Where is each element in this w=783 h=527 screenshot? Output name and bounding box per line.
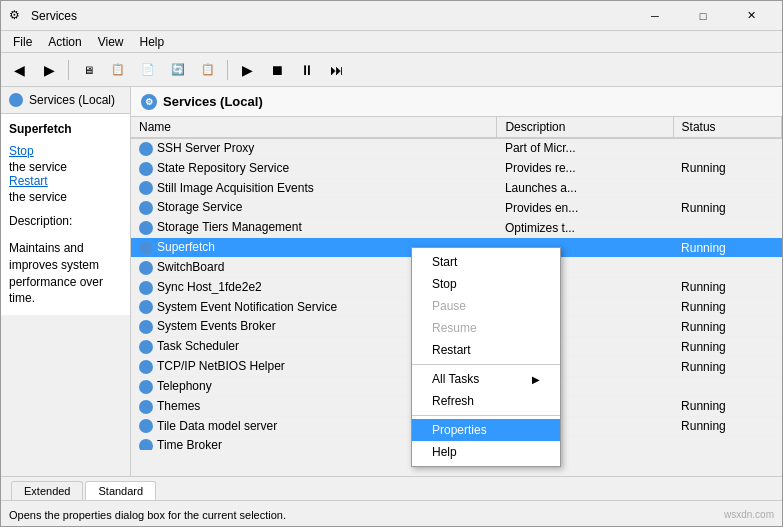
context-menu-item-stop[interactable]: Stop xyxy=(412,273,560,295)
cell-status: Running xyxy=(673,238,781,258)
table-row[interactable]: Storage Service Provides en... Running xyxy=(131,198,782,218)
toolbar-properties[interactable]: 📋 xyxy=(194,57,222,83)
cell-status xyxy=(673,218,781,238)
desc-label: Description: xyxy=(9,214,122,228)
service-name: Superfetch xyxy=(9,122,122,136)
row-icon xyxy=(139,162,153,176)
nav-panel: Services (Local) Superfetch Stop the ser… xyxy=(1,87,131,476)
toolbar: ◀ ▶ 🖥 📋 📄 🔄 📋 ▶ ⏹ ⏸ ⏭ xyxy=(1,53,782,87)
menu-help[interactable]: Help xyxy=(132,33,173,51)
context-menu-item-refresh[interactable]: Refresh xyxy=(412,390,560,412)
context-menu-item-label: Restart xyxy=(432,343,471,357)
row-icon xyxy=(139,380,153,394)
window-controls: ─ □ ✕ xyxy=(632,6,774,26)
menu-file[interactable]: File xyxy=(5,33,40,51)
row-icon xyxy=(139,419,153,433)
toolbar-pause[interactable]: ⏸ xyxy=(293,57,321,83)
toolbar-back[interactable]: ◀ xyxy=(5,57,33,83)
context-menu-separator xyxy=(412,364,560,365)
cell-name: Storage Tiers Management xyxy=(131,218,497,238)
close-button[interactable]: ✕ xyxy=(728,6,774,26)
context-menu-item-label: Help xyxy=(432,445,457,459)
restart-link[interactable]: Restart xyxy=(9,174,122,188)
row-icon xyxy=(139,281,153,295)
cell-status: Running xyxy=(673,416,781,436)
context-menu-item-resume: Resume xyxy=(412,317,560,339)
row-icon xyxy=(139,261,153,275)
cell-name: SSH Server Proxy xyxy=(131,138,497,158)
context-menu-item-help[interactable]: Help xyxy=(412,441,560,463)
cell-name: Still Image Acquisition Events xyxy=(131,178,497,198)
toolbar-forward[interactable]: ▶ xyxy=(35,57,63,83)
toolbar-copy[interactable]: 📋 xyxy=(104,57,132,83)
table-row[interactable]: SSH Server Proxy Part of Micr... xyxy=(131,138,782,158)
menu-view[interactable]: View xyxy=(90,33,132,51)
context-menu-item-all-tasks[interactable]: All Tasks▶ xyxy=(412,368,560,390)
minimize-button[interactable]: ─ xyxy=(632,6,678,26)
context-menu-item-start[interactable]: Start xyxy=(412,251,560,273)
cell-status: Running xyxy=(673,396,781,416)
table-row[interactable]: Storage Tiers Management Optimizes t... xyxy=(131,218,782,238)
nav-title: Services (Local) xyxy=(29,93,115,107)
col-name[interactable]: Name xyxy=(131,117,497,138)
context-menu-item-properties[interactable]: Properties xyxy=(412,419,560,441)
tab-extended[interactable]: Extended xyxy=(11,481,83,500)
row-icon xyxy=(139,142,153,156)
left-panel: Superfetch Stop the service Restart the … xyxy=(1,114,130,315)
stop-service-line: Stop the service xyxy=(9,144,122,174)
submenu-arrow: ▶ xyxy=(532,374,540,385)
tab-standard[interactable]: Standard xyxy=(85,481,156,501)
cell-desc: Optimizes t... xyxy=(497,218,673,238)
toolbar-play[interactable]: ▶ xyxy=(233,57,261,83)
cell-status: Running xyxy=(673,317,781,337)
status-bar: Opens the properties dialog box for the … xyxy=(1,500,782,527)
row-icon xyxy=(139,181,153,195)
row-icon xyxy=(139,320,153,334)
row-icon xyxy=(139,400,153,414)
menu-bar: File Action View Help xyxy=(1,31,782,53)
context-menu-item-pause: Pause xyxy=(412,295,560,317)
col-status[interactable]: Status xyxy=(673,117,781,138)
context-menu-separator xyxy=(412,415,560,416)
window-title: Services xyxy=(31,9,632,23)
col-desc[interactable]: Description xyxy=(497,117,673,138)
row-icon xyxy=(139,241,153,255)
desc-text: Maintains and improves system performanc… xyxy=(9,240,122,307)
toolbar-stop[interactable]: ⏹ xyxy=(263,57,291,83)
context-menu: StartStopPauseResumeRestartAll Tasks▶Ref… xyxy=(411,247,561,467)
stop-link[interactable]: Stop xyxy=(9,144,122,158)
cell-desc: Launches a... xyxy=(497,178,673,198)
context-menu-item-restart[interactable]: Restart xyxy=(412,339,560,361)
cell-desc: Provides en... xyxy=(497,198,673,218)
toolbar-resume[interactable]: ⏭ xyxy=(323,57,351,83)
cell-status: Running xyxy=(673,277,781,297)
maximize-button[interactable]: □ xyxy=(680,6,726,26)
row-icon xyxy=(139,221,153,235)
table-row[interactable]: State Repository Service Provides re... … xyxy=(131,158,782,178)
cell-status xyxy=(673,138,781,158)
cell-status: Running xyxy=(673,357,781,377)
context-menu-item-label: All Tasks xyxy=(432,372,479,386)
context-menu-item-label: Properties xyxy=(432,423,487,437)
context-menu-item-label: Resume xyxy=(432,321,477,335)
content-area: Services (Local) Superfetch Stop the ser… xyxy=(1,87,782,476)
toolbar-refresh[interactable]: 🔄 xyxy=(164,57,192,83)
cell-status: Running xyxy=(673,198,781,218)
status-text: Opens the properties dialog box for the … xyxy=(9,509,286,521)
title-bar: ⚙ Services ─ □ ✕ xyxy=(1,1,782,31)
nav-header: Services (Local) xyxy=(1,87,130,114)
menu-action[interactable]: Action xyxy=(40,33,89,51)
cell-status: Running xyxy=(673,158,781,178)
context-menu-item-label: Pause xyxy=(432,299,466,313)
right-panel: ⚙ Services (Local) Name Description Stat… xyxy=(131,87,782,476)
toolbar-paste[interactable]: 📄 xyxy=(134,57,162,83)
row-icon xyxy=(139,340,153,354)
context-menu-item-label: Start xyxy=(432,255,457,269)
cell-name: State Repository Service xyxy=(131,158,497,178)
services-header-icon: ⚙ xyxy=(141,94,157,110)
context-menu-item-label: Stop xyxy=(432,277,457,291)
stop-text: the service xyxy=(9,160,67,174)
table-row[interactable]: Still Image Acquisition Events Launches … xyxy=(131,178,782,198)
cell-status: Running xyxy=(673,297,781,317)
toolbar-up[interactable]: 🖥 xyxy=(74,57,102,83)
